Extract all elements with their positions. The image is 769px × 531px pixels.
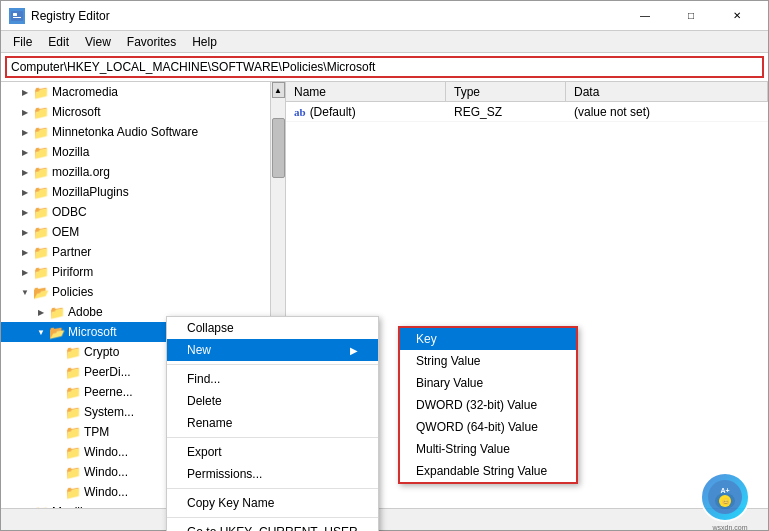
tree-item-partner[interactable]: ▶ 📁 Partner: [1, 242, 270, 262]
folder-icon: 📁: [65, 464, 81, 480]
folder-icon: 📁: [65, 484, 81, 500]
expand-icon: [49, 384, 65, 400]
ctx-separator-2: [167, 437, 378, 438]
ctx-collapse[interactable]: Collapse: [167, 317, 378, 339]
expand-icon: ▶: [17, 124, 33, 140]
tree-label: ODBC: [52, 205, 87, 219]
submenu-item-qword-value[interactable]: QWORD (64-bit) Value: [400, 416, 576, 438]
menu-edit[interactable]: Edit: [40, 33, 77, 51]
cell-data: (value not set): [566, 103, 768, 121]
expand-icon: ▶: [17, 264, 33, 280]
watermark: A+ 😊 wsxdn.com: [700, 472, 760, 522]
right-panel-header: Name Type Data: [286, 82, 768, 102]
tree-item-mozilla[interactable]: ▶ 📁 Mozilla: [1, 142, 270, 162]
scroll-thumb[interactable]: [272, 118, 285, 178]
address-input[interactable]: Computer\HKEY_LOCAL_MACHINE\SOFTWARE\Pol…: [5, 56, 764, 78]
expand-icon: ▼: [33, 324, 49, 340]
expand-icon: ▶: [17, 104, 33, 120]
menu-view[interactable]: View: [77, 33, 119, 51]
svg-text:😊: 😊: [722, 498, 730, 506]
ctx-rename[interactable]: Rename: [167, 412, 378, 434]
tree-item-mozillaplugins[interactable]: ▶ 📁 MozillaPlugins: [1, 182, 270, 202]
submenu-item-binary-value[interactable]: Binary Value: [400, 372, 576, 394]
folder-open-icon: 📂: [33, 284, 49, 300]
ctx-goto-hkcu[interactable]: Go to HKEY_CURRENT_USER: [167, 521, 378, 531]
submenu-item-expandable-value[interactable]: Expandable String Value: [400, 460, 576, 482]
window-title: Registry Editor: [31, 9, 622, 23]
submenu-item-string-value[interactable]: String Value: [400, 350, 576, 372]
expand-icon: [49, 404, 65, 420]
tree-item-microsoft-top[interactable]: ▶ 📁 Microsoft: [1, 102, 270, 122]
folder-icon: 📁: [33, 504, 49, 508]
watermark-logo: A+ 😊: [700, 472, 750, 522]
tree-item-odbc[interactable]: ▶ 📁 ODBC: [1, 202, 270, 222]
expand-icon: ▶: [17, 144, 33, 160]
tree-label: Windo...: [84, 465, 128, 479]
tree-item-oem[interactable]: ▶ 📁 OEM: [1, 222, 270, 242]
menu-favorites[interactable]: Favorites: [119, 33, 184, 51]
cell-type: REG_SZ: [446, 103, 566, 121]
folder-icon: 📁: [65, 444, 81, 460]
tree-label: PeerDi...: [84, 365, 131, 379]
tree-item-minnetonka[interactable]: ▶ 📁 Minnetonka Audio Software: [1, 122, 270, 142]
window-controls: — □ ✕: [622, 1, 760, 31]
column-name-header: Name: [286, 82, 446, 101]
tree-label: MozillaPlugins: [52, 185, 129, 199]
tree-item-piriform[interactable]: ▶ 📁 Piriform: [1, 262, 270, 282]
ctx-permissions[interactable]: Permissions...: [167, 463, 378, 485]
ctx-item-label: Export: [187, 445, 222, 459]
folder-icon: 📁: [33, 244, 49, 260]
tree-label: Mozilla: [52, 145, 89, 159]
svg-rect-2: [13, 17, 21, 18]
submenu-item-key[interactable]: Key: [400, 328, 576, 350]
folder-icon: 📁: [65, 424, 81, 440]
menu-file[interactable]: File: [5, 33, 40, 51]
title-bar: Registry Editor — □ ✕: [1, 1, 768, 31]
tree-label: Policies: [52, 285, 93, 299]
submenu-item-multistring-value[interactable]: Multi-String Value: [400, 438, 576, 460]
close-button[interactable]: ✕: [714, 1, 760, 31]
ctx-item-label: Go to HKEY_CURRENT_USER: [187, 525, 358, 531]
submenu-item-dword-value[interactable]: DWORD (32-bit) Value: [400, 394, 576, 416]
tree-label: Windo...: [84, 485, 128, 499]
menu-help[interactable]: Help: [184, 33, 225, 51]
expand-icon: ▶: [17, 224, 33, 240]
expand-icon: [49, 444, 65, 460]
ctx-item-label: Delete: [187, 394, 222, 408]
expand-icon: ▶: [17, 84, 33, 100]
cell-name: ab (Default): [286, 103, 446, 121]
ctx-find[interactable]: Find...: [167, 368, 378, 390]
ctx-item-label: Find...: [187, 372, 220, 386]
tree-item-mozillaorg[interactable]: ▶ 📁 mozilla.org: [1, 162, 270, 182]
expand-icon: [49, 364, 65, 380]
menu-bar: File Edit View Favorites Help: [1, 31, 768, 53]
ctx-copy-key-name[interactable]: Copy Key Name: [167, 492, 378, 514]
tree-item-policies[interactable]: ▼ 📂 Policies: [1, 282, 270, 302]
ctx-separator-3: [167, 488, 378, 489]
expand-icon: ▶: [17, 504, 33, 508]
svg-rect-1: [13, 13, 17, 16]
address-bar: Computer\HKEY_LOCAL_MACHINE\SOFTWARE\Pol…: [1, 53, 768, 82]
folder-icon: 📁: [49, 304, 65, 320]
tree-label: TPM: [84, 425, 109, 439]
expand-icon: [49, 464, 65, 480]
tree-label: Windo...: [84, 445, 128, 459]
tree-item-macromedia[interactable]: ▶ 📁 Macromedia: [1, 82, 270, 102]
app-icon: [9, 8, 25, 24]
ctx-item-label: Copy Key Name: [187, 496, 274, 510]
folder-icon: 📁: [33, 84, 49, 100]
ctx-export[interactable]: Export: [167, 441, 378, 463]
tree-label: Mozilla: [52, 505, 89, 508]
scroll-up-button[interactable]: ▲: [272, 82, 285, 98]
ctx-new[interactable]: New ▶: [167, 339, 378, 361]
folder-icon: 📁: [33, 264, 49, 280]
expand-icon: ▼: [17, 284, 33, 300]
minimize-button[interactable]: —: [622, 1, 668, 31]
folder-icon: 📁: [33, 164, 49, 180]
ctx-separator-1: [167, 364, 378, 365]
expand-icon: ▶: [17, 184, 33, 200]
registry-row-default[interactable]: ab (Default) REG_SZ (value not set): [286, 102, 768, 122]
ctx-delete[interactable]: Delete: [167, 390, 378, 412]
tree-label: Adobe: [68, 305, 103, 319]
maximize-button[interactable]: □: [668, 1, 714, 31]
